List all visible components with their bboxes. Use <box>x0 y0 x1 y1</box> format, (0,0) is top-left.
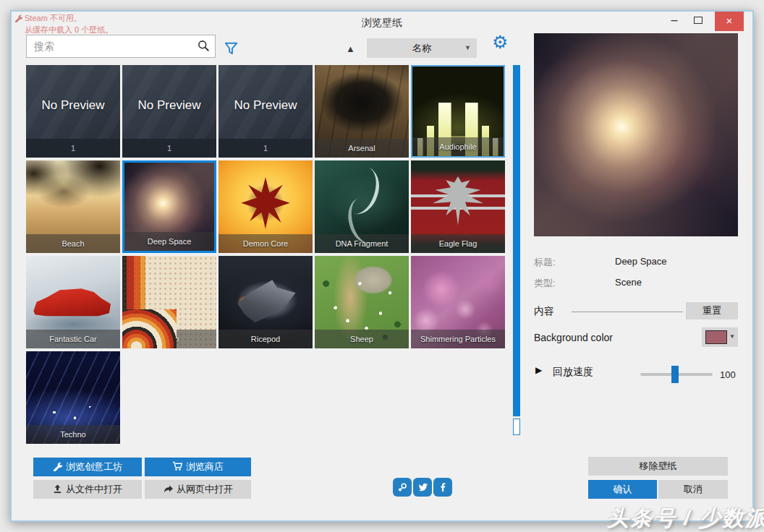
tile-no-preview-text: No Preview <box>218 85 313 126</box>
social-links <box>393 478 452 497</box>
tile-no-preview-text <box>315 276 409 317</box>
wallpaper-grid: No Preview 1 No Preview 1 No Preview 1 A… <box>26 65 505 444</box>
tile-label: 1 <box>218 139 313 158</box>
search-icon[interactable] <box>198 40 210 55</box>
sort-dropdown[interactable]: 名称▼ <box>367 38 477 58</box>
wallpaper-tile[interactable]: No Preview 1 <box>26 65 120 158</box>
confirm-button[interactable]: 确认 <box>588 480 657 499</box>
reset-button[interactable]: 重置 <box>686 302 738 319</box>
tile-label: 1 <box>26 139 120 158</box>
browse-store-button[interactable]: 浏览商店 <box>145 458 251 476</box>
status-line2: 从缓存中载入 0 个壁纸。 <box>14 25 113 35</box>
maximize-icon <box>694 17 703 24</box>
tile-label: Retro <box>122 330 216 348</box>
grid-scrollbar <box>513 65 520 435</box>
scrollbar-thumb[interactable] <box>513 65 520 416</box>
wrench-icon <box>14 14 22 25</box>
type-value: Scene <box>615 277 642 288</box>
window-title: 浏览壁纸 <box>12 17 752 30</box>
tile-label: Techno <box>26 425 120 444</box>
tile-label: Eagle Flag <box>411 234 505 253</box>
cancel-button[interactable]: 取消 <box>658 480 728 499</box>
remove-wallpaper-button[interactable]: 移除壁纸 <box>588 457 728 476</box>
steam-status: Steam 不可用。 从缓存中载入 0 个壁纸。 <box>14 13 113 35</box>
bg-color-swatch-fill <box>705 330 727 344</box>
wallpaper-preview-image <box>534 33 738 236</box>
filter-funnel-icon[interactable] <box>224 42 238 59</box>
tile-label: 1 <box>122 139 216 158</box>
browse-wallpapers-window: 浏览壁纸 Steam 不可用。 从缓存中载入 0 个壁纸。 – × ▲ 名称▼ … <box>10 10 754 522</box>
steam-icon[interactable] <box>393 478 412 497</box>
expander-play-icon[interactable]: ▶ <box>535 365 542 375</box>
tile-label: Demon Core <box>218 234 313 253</box>
search-input[interactable] <box>26 35 216 58</box>
minimize-button[interactable]: – <box>666 12 683 31</box>
wallpaper-tile[interactable]: Beach <box>26 160 120 253</box>
content-section-label: 内容 <box>534 305 554 318</box>
wallpaper-tile[interactable]: DNA Fragment <box>315 160 409 253</box>
playback-speed-label: 回放速度 <box>553 366 593 379</box>
open-from-url-button[interactable]: 从网页中打开 <box>145 480 251 499</box>
title-value: Deep Space <box>615 256 667 267</box>
facebook-icon[interactable] <box>433 478 452 497</box>
scrollbar-track-end[interactable] <box>513 419 520 435</box>
tile-no-preview-text: No Preview <box>26 85 120 126</box>
upload-icon <box>53 484 62 494</box>
status-line1: Steam 不可用。 <box>14 13 113 25</box>
wallpaper-tile[interactable]: Demon Core <box>218 160 313 253</box>
tile-no-preview-text <box>26 372 120 412</box>
settings-gear-icon[interactable]: ⚙ <box>492 33 508 51</box>
tile-label: Fantastic Car <box>26 330 120 348</box>
open-from-file-button[interactable]: 从文件中打开 <box>33 480 142 499</box>
screen: 浏览壁纸 Steam 不可用。 从缓存中载入 0 个壁纸。 – × ▲ 名称▼ … <box>0 0 764 532</box>
wallpaper-tile[interactable]: Sheep <box>315 256 409 348</box>
background-color-label: Background color <box>534 332 613 343</box>
tile-no-preview-text <box>26 276 120 317</box>
wallpaper-tile[interactable]: Deep Space <box>122 160 216 253</box>
playback-speed-slider-thumb[interactable] <box>671 366 679 383</box>
wallpaper-tile[interactable]: Arsenal <box>315 65 409 158</box>
type-label: 类型: <box>534 277 556 290</box>
wallpaper-tile[interactable]: No Preview 1 <box>218 65 313 158</box>
tile-no-preview-text <box>122 276 216 317</box>
close-button[interactable]: × <box>715 12 744 31</box>
tile-no-preview-text <box>315 181 409 221</box>
tile-no-preview-text <box>411 276 505 317</box>
wallpaper-tile[interactable]: Retro <box>122 256 216 348</box>
browse-store-label: 浏览商店 <box>186 461 224 472</box>
playback-speed-value: 100 <box>720 369 736 380</box>
wallpaper-tile[interactable]: No Preview 1 <box>122 65 216 158</box>
redirect-arrow-icon <box>163 484 173 494</box>
title-label: 标题: <box>534 256 556 269</box>
tile-label: Ricepod <box>218 330 313 348</box>
chevron-down-icon: ▼ <box>464 38 471 58</box>
wallpaper-tile[interactable]: Techno <box>26 351 120 444</box>
tile-no-preview-text <box>124 183 214 223</box>
tile-label: DNA Fragment <box>315 234 409 253</box>
wallpaper-tile[interactable]: Ricepod <box>218 256 313 348</box>
wallpaper-tile[interactable]: Shimmering Particles <box>411 256 505 348</box>
wallpaper-tile[interactable]: Eagle Flag <box>411 160 505 253</box>
tile-no-preview-text <box>411 181 505 221</box>
sort-ascending-icon[interactable]: ▲ <box>346 43 355 54</box>
tile-no-preview-text <box>412 87 504 127</box>
open-from-url-label: 从网页中打开 <box>177 484 233 494</box>
browse-workshop-button[interactable]: 浏览创意工坊 <box>33 458 142 476</box>
watermark: 头条号 / 少数派 <box>607 504 764 532</box>
wallpaper-tile[interactable]: Fantastic Car <box>26 256 120 348</box>
tile-label: Deep Space <box>124 232 214 251</box>
tile-label: Sheep <box>315 330 409 348</box>
cart-icon <box>172 461 182 471</box>
tile-no-preview-text <box>26 181 120 221</box>
search-box <box>26 35 216 58</box>
status-line1-text: Steam 不可用。 <box>25 14 82 22</box>
tile-label: Arsenal <box>315 139 409 158</box>
wallpaper-tile[interactable]: Audiophile <box>411 65 505 158</box>
tile-label: Audiophile <box>412 137 504 156</box>
background-color-picker[interactable]: ▼ <box>702 327 738 347</box>
chevron-down-icon: ▼ <box>729 333 735 340</box>
maximize-button[interactable] <box>690 12 708 31</box>
sort-dropdown-value: 名称 <box>412 43 431 53</box>
tile-no-preview-text: No Preview <box>122 85 216 126</box>
twitter-icon[interactable] <box>413 478 432 497</box>
